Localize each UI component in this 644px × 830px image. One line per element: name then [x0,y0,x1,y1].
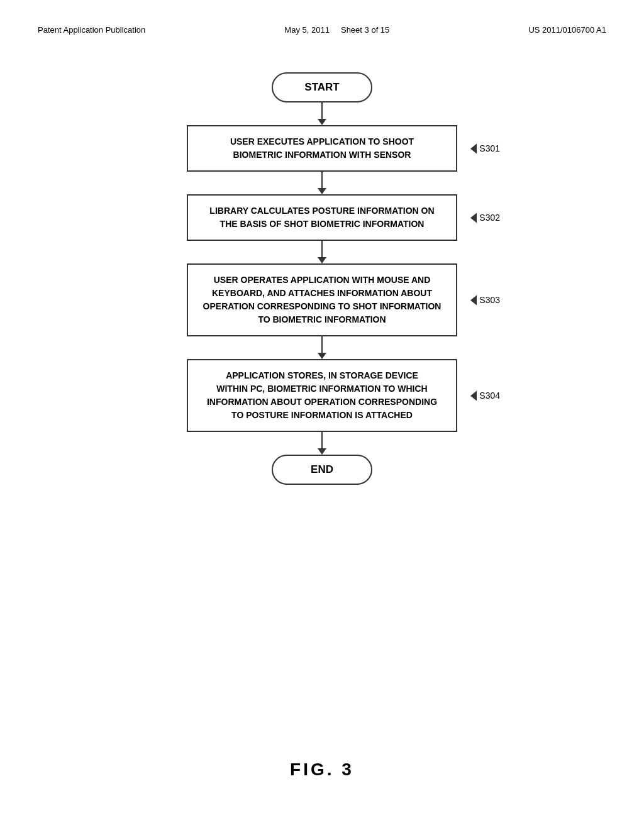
s303-wrapper: USER OPERATES APPLICATION WITH MOUSE AND… [187,263,457,336]
arrow-3 [318,241,326,263]
start-terminal: START [272,72,372,102]
s301-label: S301 [470,142,500,155]
figure-caption: FIG. 3 [0,760,644,780]
s304-label: S304 [470,389,500,402]
s304-text: APPLICATION STORES, IN STORAGE DEVICEWIT… [207,370,437,420]
s303-process: USER OPERATES APPLICATION WITH MOUSE AND… [187,263,457,336]
end-terminal: END [272,455,372,485]
s301-wrapper: USER EXECUTES APPLICATION TO SHOOTBIOMET… [187,125,457,172]
s301-text: USER EXECUTES APPLICATION TO SHOOTBIOMET… [230,136,414,160]
page-header: Patent Application Publication May 5, 20… [38,25,606,35]
s302-process: LIBRARY CALCULATES POSTURE INFORMATION O… [187,194,457,241]
end-node-wrapper: END [272,455,372,485]
header-date-sheet: May 5, 2011 Sheet 3 of 15 [284,25,389,35]
header-publication-label: Patent Application Publication [38,25,145,35]
arrow-2 [318,172,326,194]
header-patent-number: US 2011/0106700 A1 [528,25,606,35]
arrow-1 [318,102,326,125]
arrow-4 [318,336,326,359]
arrow-5 [318,432,326,455]
header-sheet: Sheet 3 of 15 [341,25,389,35]
s301-process: USER EXECUTES APPLICATION TO SHOOTBIOMET… [187,125,457,172]
s302-label: S302 [470,211,500,224]
flowchart: START USER EXECUTES APPLICATION TO SHOOT… [38,72,606,485]
s302-wrapper: LIBRARY CALCULATES POSTURE INFORMATION O… [187,194,457,241]
start-node-wrapper: START [272,72,372,102]
page: Patent Application Publication May 5, 20… [0,0,644,830]
header-date: May 5, 2011 [284,25,330,35]
s303-text: USER OPERATES APPLICATION WITH MOUSE AND… [203,275,441,324]
s302-text: LIBRARY CALCULATES POSTURE INFORMATION O… [209,206,434,229]
s304-process: APPLICATION STORES, IN STORAGE DEVICEWIT… [187,359,457,432]
s303-label: S303 [470,294,500,307]
s304-wrapper: APPLICATION STORES, IN STORAGE DEVICEWIT… [187,359,457,432]
